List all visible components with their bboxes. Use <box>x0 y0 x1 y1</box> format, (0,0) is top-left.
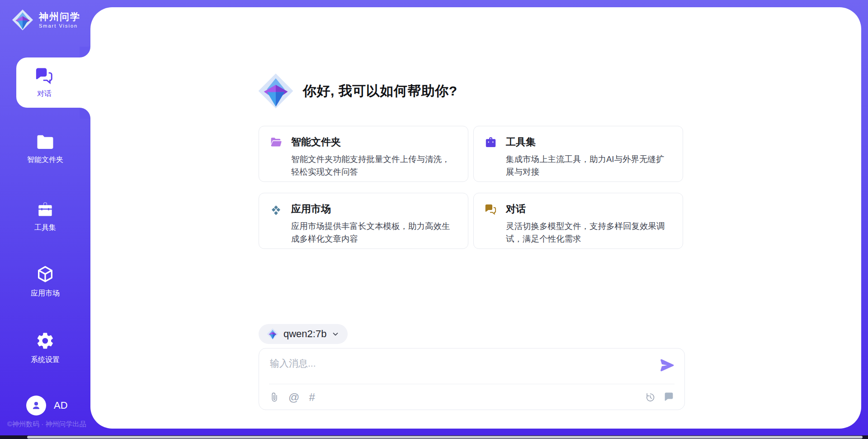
chat-bubbles-icon <box>35 67 54 84</box>
sidebar-item-label: 工具集 <box>34 223 56 233</box>
user-account[interactable]: AD <box>26 396 68 415</box>
card-chat[interactable]: 对话 灵活切换多模型文件，支持多样回复效果调试，满足个性化需求 <box>473 193 683 249</box>
message-composer: @ # <box>259 348 685 410</box>
sidebar-item-settings[interactable]: 系统设置 <box>0 331 90 365</box>
gear-icon <box>36 331 55 350</box>
card-title: 智能文件夹 <box>291 135 457 149</box>
sidebar-item-label: 系统设置 <box>31 355 60 365</box>
scrollbar-thumb[interactable] <box>27 436 863 439</box>
brand-diamond-icon <box>12 9 33 31</box>
chevron-down-icon <box>331 330 340 338</box>
history-icon[interactable] <box>645 392 656 403</box>
sidebar-item-smart-folder[interactable]: 智能文件夹 <box>0 134 90 165</box>
send-icon[interactable] <box>659 357 675 373</box>
card-title: 工具集 <box>506 135 672 149</box>
briefcase-icon <box>36 201 54 218</box>
app-name: 神州问学 <box>39 11 80 22</box>
composer-toolbar: @ # <box>270 384 675 410</box>
chat-bubbles-icon <box>485 202 506 239</box>
horizontal-scrollbar[interactable] <box>0 435 868 439</box>
message-input[interactable] <box>270 355 650 372</box>
attachment-icon[interactable] <box>270 392 279 403</box>
chat-solid-icon[interactable] <box>663 392 675 402</box>
card-toolset[interactable]: 工具集 集成市场上主流工具，助力AI与外界无缝扩展与对接 <box>473 126 683 182</box>
briefcase-icon <box>485 135 506 172</box>
card-title: 应用市场 <box>291 202 457 216</box>
sidebar-item-label: 对话 <box>37 89 52 99</box>
brand-diamond-icon <box>267 328 278 340</box>
sidebar-item-app-market[interactable]: 应用市场 <box>0 265 90 298</box>
folder-open-icon <box>270 135 291 172</box>
tab-fillet-top <box>80 47 90 57</box>
card-smart-folder[interactable]: 智能文件夹 智能文件夹功能支持批量文件上传与清洗，轻松实现文件问答 <box>259 126 468 182</box>
brand-diamond-icon <box>258 73 294 109</box>
tab-fillet-bottom <box>80 108 90 119</box>
cube-grid-icon <box>270 202 291 239</box>
card-description: 灵活切换多模型文件，支持多样回复效果调试，满足个性化需求 <box>506 220 672 245</box>
card-description: 应用市场提供丰富长文本模板，助力高效生成多样化文章内容 <box>291 220 457 245</box>
card-title: 对话 <box>506 202 672 216</box>
model-name: qwen2:7b <box>283 328 326 340</box>
sidebar-item-chat[interactable]: 对话 <box>16 57 90 108</box>
card-description: 集成市场上主流工具，助力AI与外界无缝扩展与对接 <box>506 153 672 178</box>
sidebar-footer: ©神州数码 · 神州问学出品 <box>7 420 86 429</box>
feature-cards: 智能文件夹 智能文件夹功能支持批量文件上传与清洗，轻松实现文件问答 工具集 集成… <box>259 126 685 249</box>
greeting: 你好, 我可以如何帮助你? <box>258 73 458 109</box>
greeting-title: 你好, 我可以如何帮助你? <box>303 82 458 100</box>
card-app-market[interactable]: 应用市场 应用市场提供丰富长文本模板，助力高效生成多样化文章内容 <box>259 193 468 249</box>
user-name: AD <box>54 400 68 411</box>
card-description: 智能文件夹功能支持批量文件上传与清洗，轻松实现文件问答 <box>291 153 457 178</box>
cube-icon <box>36 265 55 284</box>
avatar <box>26 396 46 415</box>
at-icon[interactable]: @ <box>288 392 299 403</box>
hash-icon[interactable]: # <box>309 392 315 403</box>
folder-icon <box>36 134 55 150</box>
model-selector[interactable]: qwen2:7b <box>259 324 348 344</box>
sidebar-item-label: 应用市场 <box>31 289 60 298</box>
app-tagline: Smart Vision <box>39 23 80 29</box>
app-logo: 神州问学 Smart Vision <box>12 9 80 31</box>
sidebar-item-toolset[interactable]: 工具集 <box>0 201 90 233</box>
sidebar-item-label: 智能文件夹 <box>27 155 63 165</box>
